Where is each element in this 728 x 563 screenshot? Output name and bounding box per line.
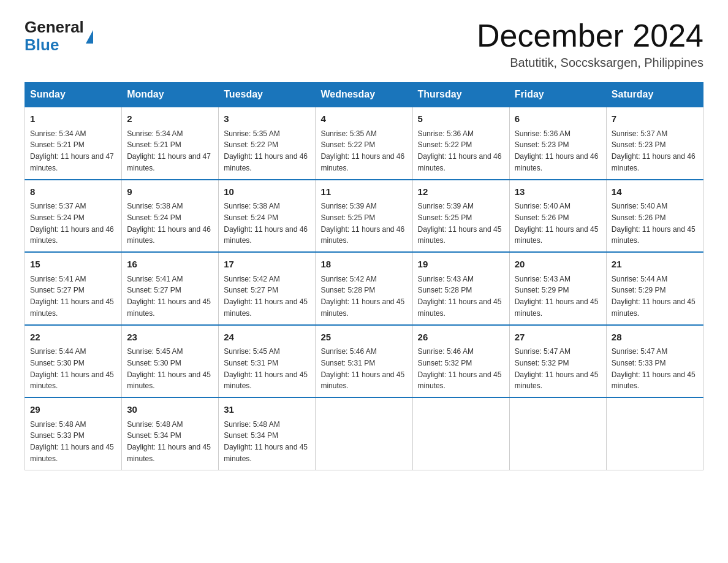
calendar-cell: 23Sunrise: 5:45 AMSunset: 5:30 PMDayligh… xyxy=(122,325,219,398)
weekday-header-thursday: Thursday xyxy=(412,83,509,107)
calendar-week-2: 8Sunrise: 5:37 AMSunset: 5:24 PMDaylight… xyxy=(25,180,703,253)
day-info: Sunrise: 5:46 AMSunset: 5:31 PMDaylight:… xyxy=(320,347,404,390)
logo-triangle-icon xyxy=(86,30,93,44)
day-number: 15 xyxy=(30,258,116,272)
day-info: Sunrise: 5:44 AMSunset: 5:30 PMDaylight:… xyxy=(30,347,114,390)
day-number: 20 xyxy=(515,258,601,272)
day-number: 31 xyxy=(224,403,310,417)
calendar-table: SundayMondayTuesdayWednesdayThursdayFrid… xyxy=(25,82,703,470)
calendar-cell: 7Sunrise: 5:37 AMSunset: 5:23 PMDaylight… xyxy=(606,107,703,180)
calendar-cell: 11Sunrise: 5:39 AMSunset: 5:25 PMDayligh… xyxy=(316,180,412,253)
day-number: 28 xyxy=(612,331,698,345)
weekday-header-wednesday: Wednesday xyxy=(316,83,412,107)
day-number: 14 xyxy=(612,185,698,199)
calendar-week-3: 15Sunrise: 5:41 AMSunset: 5:27 PMDayligh… xyxy=(25,252,703,325)
calendar-cell: 2Sunrise: 5:34 AMSunset: 5:21 PMDaylight… xyxy=(122,107,219,180)
day-info: Sunrise: 5:34 AMSunset: 5:21 PMDaylight:… xyxy=(127,129,211,172)
day-number: 3 xyxy=(224,112,310,126)
calendar-cell: 25Sunrise: 5:46 AMSunset: 5:31 PMDayligh… xyxy=(316,325,412,398)
day-info: Sunrise: 5:45 AMSunset: 5:30 PMDaylight:… xyxy=(127,347,211,390)
calendar-cell xyxy=(316,397,412,470)
day-info: Sunrise: 5:41 AMSunset: 5:27 PMDaylight:… xyxy=(30,275,114,318)
day-number: 12 xyxy=(418,185,504,199)
day-number: 30 xyxy=(127,403,213,417)
calendar-cell: 30Sunrise: 5:48 AMSunset: 5:34 PMDayligh… xyxy=(122,397,219,470)
day-number: 17 xyxy=(224,258,310,272)
logo: General Blue xyxy=(25,18,93,53)
day-info: Sunrise: 5:41 AMSunset: 5:27 PMDaylight:… xyxy=(127,275,211,318)
day-info: Sunrise: 5:47 AMSunset: 5:33 PMDaylight:… xyxy=(612,347,696,390)
weekday-header-row: SundayMondayTuesdayWednesdayThursdayFrid… xyxy=(25,83,703,107)
calendar-cell: 26Sunrise: 5:46 AMSunset: 5:32 PMDayligh… xyxy=(412,325,509,398)
location-subtitle: Batutitik, Soccsksargen, Philippines xyxy=(477,56,703,70)
calendar-week-5: 29Sunrise: 5:48 AMSunset: 5:33 PMDayligh… xyxy=(25,397,703,470)
calendar-cell: 12Sunrise: 5:39 AMSunset: 5:25 PMDayligh… xyxy=(412,180,509,253)
day-info: Sunrise: 5:40 AMSunset: 5:26 PMDaylight:… xyxy=(612,202,696,245)
calendar-body: 1Sunrise: 5:34 AMSunset: 5:21 PMDaylight… xyxy=(25,107,703,470)
calendar-cell: 20Sunrise: 5:43 AMSunset: 5:29 PMDayligh… xyxy=(509,252,606,325)
weekday-header-tuesday: Tuesday xyxy=(219,83,316,107)
day-info: Sunrise: 5:48 AMSunset: 5:33 PMDaylight:… xyxy=(30,420,114,463)
calendar-cell: 3Sunrise: 5:35 AMSunset: 5:22 PMDaylight… xyxy=(219,107,316,180)
calendar-cell: 28Sunrise: 5:47 AMSunset: 5:33 PMDayligh… xyxy=(606,325,703,398)
day-info: Sunrise: 5:42 AMSunset: 5:27 PMDaylight:… xyxy=(224,275,308,318)
day-number: 2 xyxy=(127,112,213,126)
day-number: 10 xyxy=(224,185,310,199)
day-number: 25 xyxy=(320,331,407,345)
logo-blue: Blue xyxy=(25,36,84,54)
day-number: 27 xyxy=(515,331,601,345)
calendar-cell: 10Sunrise: 5:38 AMSunset: 5:24 PMDayligh… xyxy=(219,180,316,253)
day-info: Sunrise: 5:37 AMSunset: 5:24 PMDaylight:… xyxy=(30,202,114,245)
day-info: Sunrise: 5:38 AMSunset: 5:24 PMDaylight:… xyxy=(127,202,211,245)
calendar-cell: 9Sunrise: 5:38 AMSunset: 5:24 PMDaylight… xyxy=(122,180,219,253)
day-number: 11 xyxy=(320,185,407,199)
calendar-week-4: 22Sunrise: 5:44 AMSunset: 5:30 PMDayligh… xyxy=(25,325,703,398)
calendar-cell: 19Sunrise: 5:43 AMSunset: 5:28 PMDayligh… xyxy=(412,252,509,325)
weekday-header-friday: Friday xyxy=(509,83,606,107)
day-info: Sunrise: 5:44 AMSunset: 5:29 PMDaylight:… xyxy=(612,275,696,318)
day-info: Sunrise: 5:36 AMSunset: 5:23 PMDaylight:… xyxy=(515,129,599,172)
calendar-cell: 17Sunrise: 5:42 AMSunset: 5:27 PMDayligh… xyxy=(219,252,316,325)
day-number: 29 xyxy=(30,403,116,417)
day-info: Sunrise: 5:46 AMSunset: 5:32 PMDaylight:… xyxy=(418,347,502,390)
day-info: Sunrise: 5:36 AMSunset: 5:22 PMDaylight:… xyxy=(418,129,502,172)
logo-general: General xyxy=(25,18,84,36)
calendar-cell xyxy=(509,397,606,470)
day-info: Sunrise: 5:37 AMSunset: 5:23 PMDaylight:… xyxy=(612,129,696,172)
title-area: December 2024 Batutitik, Soccsksargen, P… xyxy=(477,18,703,70)
day-info: Sunrise: 5:39 AMSunset: 5:25 PMDaylight:… xyxy=(320,202,404,245)
day-number: 21 xyxy=(612,258,698,272)
weekday-header-monday: Monday xyxy=(122,83,219,107)
day-number: 24 xyxy=(224,331,310,345)
day-number: 22 xyxy=(30,331,116,345)
weekday-header-sunday: Sunday xyxy=(25,83,122,107)
day-number: 6 xyxy=(515,112,601,126)
day-number: 18 xyxy=(320,258,407,272)
day-info: Sunrise: 5:35 AMSunset: 5:22 PMDaylight:… xyxy=(320,129,404,172)
day-info: Sunrise: 5:43 AMSunset: 5:29 PMDaylight:… xyxy=(515,275,599,318)
day-info: Sunrise: 5:45 AMSunset: 5:31 PMDaylight:… xyxy=(224,347,308,390)
calendar-cell: 6Sunrise: 5:36 AMSunset: 5:23 PMDaylight… xyxy=(509,107,606,180)
day-info: Sunrise: 5:43 AMSunset: 5:28 PMDaylight:… xyxy=(418,275,502,318)
calendar-cell xyxy=(606,397,703,470)
calendar-cell: 4Sunrise: 5:35 AMSunset: 5:22 PMDaylight… xyxy=(316,107,412,180)
day-number: 4 xyxy=(320,112,407,126)
calendar-cell: 24Sunrise: 5:45 AMSunset: 5:31 PMDayligh… xyxy=(219,325,316,398)
weekday-header-saturday: Saturday xyxy=(606,83,703,107)
calendar-cell: 14Sunrise: 5:40 AMSunset: 5:26 PMDayligh… xyxy=(606,180,703,253)
day-number: 23 xyxy=(127,331,213,345)
calendar-cell: 31Sunrise: 5:48 AMSunset: 5:34 PMDayligh… xyxy=(219,397,316,470)
day-number: 7 xyxy=(612,112,698,126)
calendar-cell: 13Sunrise: 5:40 AMSunset: 5:26 PMDayligh… xyxy=(509,180,606,253)
day-number: 9 xyxy=(127,185,213,199)
calendar-week-1: 1Sunrise: 5:34 AMSunset: 5:21 PMDaylight… xyxy=(25,107,703,180)
day-info: Sunrise: 5:48 AMSunset: 5:34 PMDaylight:… xyxy=(224,420,308,463)
calendar-cell: 16Sunrise: 5:41 AMSunset: 5:27 PMDayligh… xyxy=(122,252,219,325)
day-info: Sunrise: 5:42 AMSunset: 5:28 PMDaylight:… xyxy=(320,275,404,318)
day-info: Sunrise: 5:34 AMSunset: 5:21 PMDaylight:… xyxy=(30,129,114,172)
day-info: Sunrise: 5:47 AMSunset: 5:32 PMDaylight:… xyxy=(515,347,599,390)
calendar-cell: 22Sunrise: 5:44 AMSunset: 5:30 PMDayligh… xyxy=(25,325,122,398)
day-info: Sunrise: 5:35 AMSunset: 5:22 PMDaylight:… xyxy=(224,129,308,172)
day-number: 13 xyxy=(515,185,601,199)
day-info: Sunrise: 5:39 AMSunset: 5:25 PMDaylight:… xyxy=(418,202,502,245)
